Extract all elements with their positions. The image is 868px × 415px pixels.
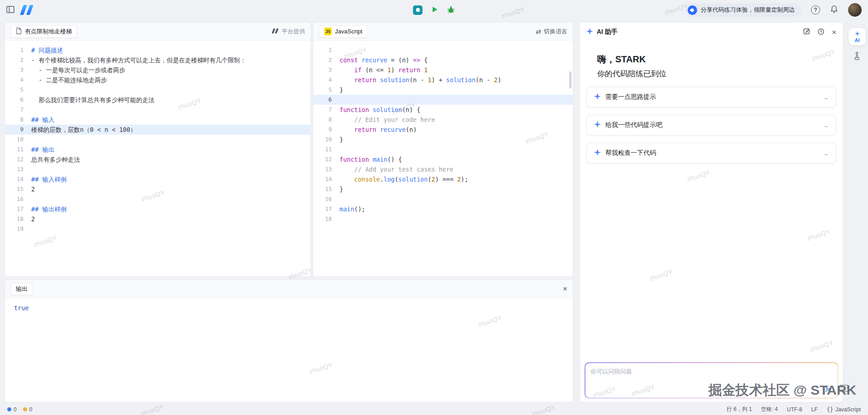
problem-panel: 有点限制地走楼梯 平台提供 1# 问题描述2- 有个楼梯比较高，我们有多种方式可…	[5, 22, 311, 277]
line-content: }	[340, 184, 573, 194]
md-line[interactable]: 1# 问题描述	[5, 45, 311, 55]
debug-button[interactable]	[447, 5, 455, 15]
code-line[interactable]: 8 // Edit your code here	[313, 115, 573, 125]
code-line[interactable]: 14 console.log(solution(2) === 2);	[313, 174, 573, 184]
warning-count[interactable]: 0	[23, 406, 33, 413]
md-line[interactable]: 13	[5, 164, 311, 174]
md-line[interactable]: 6 那么我们需要计算总共有多少种可能的走法	[5, 95, 311, 105]
code-line[interactable]: 7function solution(n) {	[313, 105, 573, 115]
language-mode[interactable]: {} JavaScript	[827, 406, 861, 413]
help-icon: ?	[814, 7, 817, 13]
ai-badge-label: AI	[855, 38, 860, 43]
md-line[interactable]: 3 - 一是每次可以走一步或者两步	[5, 65, 311, 75]
line-content	[31, 164, 311, 174]
md-line[interactable]: 9楼梯的层数，层数n（0 < n < 100）	[5, 125, 311, 135]
cursor-position[interactable]: 行 6，列 1	[726, 406, 752, 413]
md-line[interactable]: 2- 有个楼梯比较高，我们有多种方式可以走上去，但是在走楼梯时有几个限制：	[5, 55, 311, 65]
suggestion-card-code-hint[interactable]: 给我一些代码提示吧 →	[586, 115, 836, 135]
run-button[interactable]	[431, 5, 439, 15]
eol-setting[interactable]: LF	[811, 406, 818, 413]
help-button[interactable]: ?	[811, 5, 820, 14]
ai-close-button[interactable]: ×	[832, 28, 836, 36]
code-line[interactable]: 10}	[313, 135, 573, 145]
js-icon: JS	[324, 28, 332, 35]
line-number: 8	[5, 115, 31, 125]
ai-assistant-badge[interactable]: AI	[849, 28, 866, 45]
line-content: - 有个楼梯比较高，我们有多种方式可以走上去，但是在走楼梯时有几个限制：	[31, 55, 311, 65]
line-number: 1	[313, 45, 340, 55]
md-line[interactable]: 16	[5, 194, 311, 204]
notifications-button[interactable]	[830, 5, 838, 15]
error-count[interactable]: 0	[7, 406, 17, 413]
code-line[interactable]: 16	[313, 194, 573, 204]
code-line[interactable]: 17main();	[313, 204, 573, 214]
md-line[interactable]: 11## 输出	[5, 145, 311, 154]
ai-panel-title: AI 助手	[597, 28, 618, 36]
panel-left-icon	[6, 6, 14, 14]
square-icon-button[interactable]	[413, 5, 423, 15]
md-line[interactable]: 5	[5, 85, 311, 95]
sparkle-icon	[594, 121, 601, 129]
ai-input-container	[585, 362, 838, 398]
code-editor[interactable]: 12const recurve = (n) => {3 if (n <= 1) …	[313, 41, 573, 224]
editor-panel-header: JS JavaScript ⇄ 切换语言	[313, 23, 573, 41]
md-line[interactable]: 7	[5, 105, 311, 115]
markdown-editor[interactable]: 1# 问题描述2- 有个楼梯比较高，我们有多种方式可以走上去，但是在走楼梯时有几…	[5, 41, 311, 234]
code-line[interactable]: 15}	[313, 184, 573, 194]
editor-scrollbar[interactable]	[569, 71, 571, 89]
output-tab[interactable]: 输出	[10, 283, 33, 295]
md-line[interactable]: 182	[5, 214, 311, 224]
md-line[interactable]: 14## 输入样例	[5, 174, 311, 184]
md-line[interactable]: 10	[5, 135, 311, 145]
code-line[interactable]: 11	[313, 145, 573, 154]
code-line[interactable]: 12function main() {	[313, 154, 573, 164]
user-avatar[interactable]	[848, 3, 862, 17]
code-line[interactable]: 4 return solution(n - 1) + solution(n - …	[313, 75, 573, 85]
practice-lab-button[interactable]	[853, 51, 861, 62]
code-line[interactable]: 18	[313, 214, 573, 224]
md-line[interactable]: 17## 输出样例	[5, 204, 311, 214]
history-button[interactable]	[817, 28, 825, 37]
code-line[interactable]: 9 return recurve(n)	[313, 125, 573, 135]
line-number: 19	[5, 224, 31, 234]
share-banner-button[interactable]: 分享代码练习体验，领限量定制周边	[685, 3, 801, 17]
new-chat-button[interactable]	[803, 28, 810, 36]
md-line[interactable]: 4 - 二是不能连续地走两步	[5, 75, 311, 85]
line-content	[31, 135, 311, 145]
line-number: 13	[313, 164, 340, 174]
status-bar: 0 0 行 6，列 1 空格: 4 UTF-8 LF {} JavaScript	[0, 404, 868, 415]
line-content: ## 输出	[31, 145, 311, 154]
code-line[interactable]: 2const recurve = (n) => {	[313, 55, 573, 65]
line-content: if (n <= 1) return 1	[340, 65, 573, 75]
megaphone-icon	[688, 5, 697, 15]
line-number: 1	[5, 45, 31, 55]
output-close-button[interactable]: ×	[563, 285, 567, 293]
keyboard-button[interactable]	[839, 385, 849, 393]
code-line[interactable]: 6	[313, 95, 573, 105]
line-content: - 二是不能连续地走两步	[31, 75, 311, 85]
md-line[interactable]: 152	[5, 184, 311, 194]
language-tab[interactable]: JS JavaScript	[319, 25, 368, 38]
md-line[interactable]: 8## 输入	[5, 115, 311, 125]
line-number: 14	[5, 174, 31, 184]
suggestion-card-hint[interactable]: 需要一点思路提示 →	[586, 87, 836, 107]
sidebar-toggle-button[interactable]	[6, 6, 14, 14]
ai-input[interactable]	[585, 363, 838, 398]
encoding-setting[interactable]: UTF-8	[787, 406, 802, 413]
code-line[interactable]: 1	[313, 45, 573, 55]
line-number: 11	[313, 145, 340, 154]
braces-icon: {}	[827, 406, 833, 413]
code-line[interactable]: 3 if (n <= 1) return 1	[313, 65, 573, 75]
suggestion-card-review[interactable]: 帮我检查一下代码 →	[586, 143, 836, 163]
sparkle-icon	[855, 31, 860, 37]
switch-language-label: 切换语言	[544, 28, 567, 36]
md-line[interactable]: 19	[5, 224, 311, 234]
code-line[interactable]: 5}	[313, 85, 573, 95]
line-number: 14	[313, 174, 340, 184]
send-button[interactable]	[824, 386, 832, 394]
md-line[interactable]: 12总共有多少种走法	[5, 154, 311, 164]
problem-tab[interactable]: 有点限制地走楼梯	[10, 25, 77, 38]
indentation-setting[interactable]: 空格: 4	[761, 406, 778, 413]
switch-language-button[interactable]: ⇄ 切换语言	[536, 28, 567, 36]
code-line[interactable]: 13 // Add your test cases here	[313, 164, 573, 174]
